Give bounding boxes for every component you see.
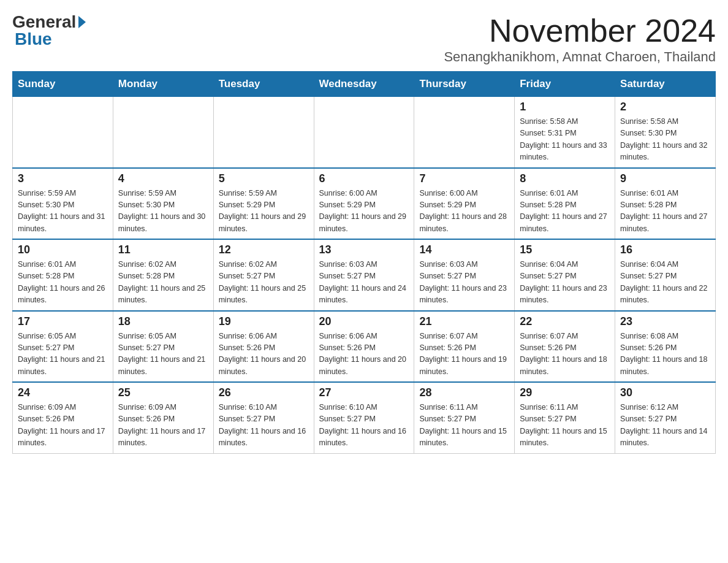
- cell-day-number: 2: [620, 101, 710, 113]
- cell-day-number: 26: [219, 386, 309, 399]
- calendar-cell-week3-day0: 17Sunrise: 6:05 AM Sunset: 5:27 PM Dayli…: [13, 311, 113, 383]
- calendar-cell-week4-day0: 24Sunrise: 6:09 AM Sunset: 5:26 PM Dayli…: [13, 382, 113, 453]
- cell-day-info: Sunrise: 6:00 AM Sunset: 5:29 PM Dayligh…: [419, 188, 509, 236]
- cell-day-number: 5: [219, 172, 309, 185]
- cell-day-info: Sunrise: 6:03 AM Sunset: 5:27 PM Dayligh…: [319, 259, 409, 307]
- cell-day-info: Sunrise: 6:04 AM Sunset: 5:27 PM Dayligh…: [620, 259, 710, 307]
- week-row-4: 24Sunrise: 6:09 AM Sunset: 5:26 PM Dayli…: [13, 382, 716, 453]
- calendar-cell-week1-day0: 3Sunrise: 5:59 AM Sunset: 5:30 PM Daylig…: [13, 168, 113, 240]
- header-saturday: Saturday: [615, 72, 716, 97]
- header-monday: Monday: [113, 72, 213, 97]
- cell-day-number: 7: [419, 172, 509, 185]
- cell-day-number: 9: [620, 172, 710, 185]
- cell-day-number: 24: [18, 386, 108, 399]
- calendar-cell-week4-day1: 25Sunrise: 6:09 AM Sunset: 5:26 PM Dayli…: [113, 382, 213, 453]
- cell-day-info: Sunrise: 6:01 AM Sunset: 5:28 PM Dayligh…: [520, 188, 610, 236]
- cell-day-info: Sunrise: 6:10 AM Sunset: 5:27 PM Dayligh…: [319, 402, 409, 450]
- cell-day-number: 23: [620, 315, 710, 328]
- week-row-0: 1Sunrise: 5:58 AM Sunset: 5:31 PM Daylig…: [13, 97, 716, 168]
- cell-day-info: Sunrise: 6:05 AM Sunset: 5:27 PM Dayligh…: [18, 331, 108, 378]
- cell-day-info: Sunrise: 6:03 AM Sunset: 5:27 PM Dayligh…: [419, 259, 509, 307]
- week-row-3: 17Sunrise: 6:05 AM Sunset: 5:27 PM Dayli…: [13, 311, 716, 383]
- calendar-cell-week2-day1: 11Sunrise: 6:02 AM Sunset: 5:28 PM Dayli…: [113, 239, 213, 311]
- cell-day-info: Sunrise: 6:06 AM Sunset: 5:26 PM Dayligh…: [219, 331, 309, 378]
- calendar-cell-week4-day2: 26Sunrise: 6:10 AM Sunset: 5:27 PM Dayli…: [213, 382, 314, 453]
- calendar-cell-week3-day4: 21Sunrise: 6:07 AM Sunset: 5:26 PM Dayli…: [414, 311, 515, 383]
- cell-day-number: 21: [419, 315, 509, 328]
- header-tuesday: Tuesday: [213, 72, 314, 97]
- header-sunday: Sunday: [13, 72, 113, 97]
- cell-day-number: 19: [219, 315, 309, 328]
- calendar-cell-week2-day4: 14Sunrise: 6:03 AM Sunset: 5:27 PM Dayli…: [414, 239, 515, 311]
- calendar-cell-week1-day2: 5Sunrise: 5:59 AM Sunset: 5:29 PM Daylig…: [213, 168, 314, 240]
- header-wednesday: Wednesday: [314, 72, 414, 97]
- cell-day-info: Sunrise: 5:58 AM Sunset: 5:31 PM Dayligh…: [520, 116, 610, 164]
- cell-day-number: 1: [520, 101, 610, 113]
- calendar-cell-week2-day5: 15Sunrise: 6:04 AM Sunset: 5:27 PM Dayli…: [515, 239, 615, 311]
- cell-day-number: 12: [219, 243, 309, 256]
- cell-day-number: 8: [520, 172, 610, 185]
- cell-day-number: 27: [319, 386, 409, 399]
- calendar-cell-week4-day4: 28Sunrise: 6:11 AM Sunset: 5:27 PM Dayli…: [414, 382, 515, 453]
- calendar-cell-week0-day2: [213, 97, 314, 168]
- cell-day-info: Sunrise: 5:58 AM Sunset: 5:30 PM Dayligh…: [620, 116, 710, 164]
- cell-day-info: Sunrise: 6:07 AM Sunset: 5:26 PM Dayligh…: [419, 331, 509, 378]
- cell-day-number: 4: [118, 172, 208, 185]
- calendar-cell-week1-day5: 8Sunrise: 6:01 AM Sunset: 5:28 PM Daylig…: [515, 168, 615, 240]
- calendar-cell-week3-day5: 22Sunrise: 6:07 AM Sunset: 5:26 PM Dayli…: [515, 311, 615, 383]
- calendar-cell-week3-day1: 18Sunrise: 6:05 AM Sunset: 5:27 PM Dayli…: [113, 311, 213, 383]
- cell-day-number: 28: [419, 386, 509, 399]
- cell-day-info: Sunrise: 6:02 AM Sunset: 5:27 PM Dayligh…: [219, 259, 309, 307]
- calendar-cell-week0-day5: 1Sunrise: 5:58 AM Sunset: 5:31 PM Daylig…: [515, 97, 615, 168]
- cell-day-number: 20: [319, 315, 409, 328]
- cell-day-number: 30: [620, 386, 710, 399]
- cell-day-info: Sunrise: 6:05 AM Sunset: 5:27 PM Dayligh…: [118, 331, 208, 378]
- cell-day-info: Sunrise: 5:59 AM Sunset: 5:29 PM Dayligh…: [219, 188, 309, 236]
- logo-blue-text: Blue: [12, 29, 52, 49]
- cell-day-info: Sunrise: 6:07 AM Sunset: 5:26 PM Dayligh…: [520, 331, 610, 378]
- calendar-cell-week3-day2: 19Sunrise: 6:06 AM Sunset: 5:26 PM Dayli…: [213, 311, 314, 383]
- cell-day-number: 29: [520, 386, 610, 399]
- calendar-cell-week2-day0: 10Sunrise: 6:01 AM Sunset: 5:28 PM Dayli…: [13, 239, 113, 311]
- calendar-cell-week1-day1: 4Sunrise: 5:59 AM Sunset: 5:30 PM Daylig…: [113, 168, 213, 240]
- calendar-cell-week3-day3: 20Sunrise: 6:06 AM Sunset: 5:26 PM Dayli…: [314, 311, 414, 383]
- logo: General Blue: [12, 12, 86, 49]
- cell-day-info: Sunrise: 6:09 AM Sunset: 5:26 PM Dayligh…: [18, 402, 108, 450]
- cell-day-number: 18: [118, 315, 208, 328]
- calendar-cell-week1-day6: 9Sunrise: 6:01 AM Sunset: 5:28 PM Daylig…: [615, 168, 716, 240]
- logo-arrow-icon: [78, 16, 86, 28]
- cell-day-info: Sunrise: 6:11 AM Sunset: 5:27 PM Dayligh…: [419, 402, 509, 450]
- cell-day-number: 13: [319, 243, 409, 256]
- cell-day-number: 16: [620, 243, 710, 256]
- cell-day-number: 15: [520, 243, 610, 256]
- cell-day-info: Sunrise: 6:10 AM Sunset: 5:27 PM Dayligh…: [219, 402, 309, 450]
- calendar-cell-week3-day6: 23Sunrise: 6:08 AM Sunset: 5:26 PM Dayli…: [615, 311, 716, 383]
- week-row-1: 3Sunrise: 5:59 AM Sunset: 5:30 PM Daylig…: [13, 168, 716, 240]
- calendar-cell-week0-day6: 2Sunrise: 5:58 AM Sunset: 5:30 PM Daylig…: [615, 97, 716, 168]
- calendar-cell-week0-day4: [414, 97, 515, 168]
- calendar-cell-week0-day3: [314, 97, 414, 168]
- calendar-cell-week0-day0: [13, 97, 113, 168]
- header-thursday: Thursday: [414, 72, 515, 97]
- header-friday: Friday: [515, 72, 615, 97]
- week-row-2: 10Sunrise: 6:01 AM Sunset: 5:28 PM Dayli…: [13, 239, 716, 311]
- cell-day-number: 14: [419, 243, 509, 256]
- calendar-cell-week1-day4: 7Sunrise: 6:00 AM Sunset: 5:29 PM Daylig…: [414, 168, 515, 240]
- cell-day-number: 22: [520, 315, 610, 328]
- cell-day-info: Sunrise: 6:12 AM Sunset: 5:27 PM Dayligh…: [620, 402, 710, 450]
- calendar-subtitle: Senangkhanikhom, Amnat Charoen, Thailand: [444, 49, 716, 65]
- cell-day-info: Sunrise: 6:06 AM Sunset: 5:26 PM Dayligh…: [319, 331, 409, 378]
- calendar-cell-week1-day3: 6Sunrise: 6:00 AM Sunset: 5:29 PM Daylig…: [314, 168, 414, 240]
- cell-day-info: Sunrise: 6:01 AM Sunset: 5:28 PM Dayligh…: [620, 188, 710, 236]
- header: General Blue November 2024 Senangkhanikh…: [12, 12, 716, 65]
- cell-day-number: 25: [118, 386, 208, 399]
- cell-day-info: Sunrise: 6:00 AM Sunset: 5:29 PM Dayligh…: [319, 188, 409, 236]
- calendar-cell-week4-day6: 30Sunrise: 6:12 AM Sunset: 5:27 PM Dayli…: [615, 382, 716, 453]
- cell-day-info: Sunrise: 5:59 AM Sunset: 5:30 PM Dayligh…: [18, 188, 108, 236]
- calendar-cell-week2-day6: 16Sunrise: 6:04 AM Sunset: 5:27 PM Dayli…: [615, 239, 716, 311]
- cell-day-number: 6: [319, 172, 409, 185]
- cell-day-info: Sunrise: 6:08 AM Sunset: 5:26 PM Dayligh…: [620, 331, 710, 378]
- calendar-cell-week4-day5: 29Sunrise: 6:11 AM Sunset: 5:27 PM Dayli…: [515, 382, 615, 453]
- calendar-table: Sunday Monday Tuesday Wednesday Thursday…: [12, 71, 716, 454]
- cell-day-info: Sunrise: 6:02 AM Sunset: 5:28 PM Dayligh…: [118, 259, 208, 307]
